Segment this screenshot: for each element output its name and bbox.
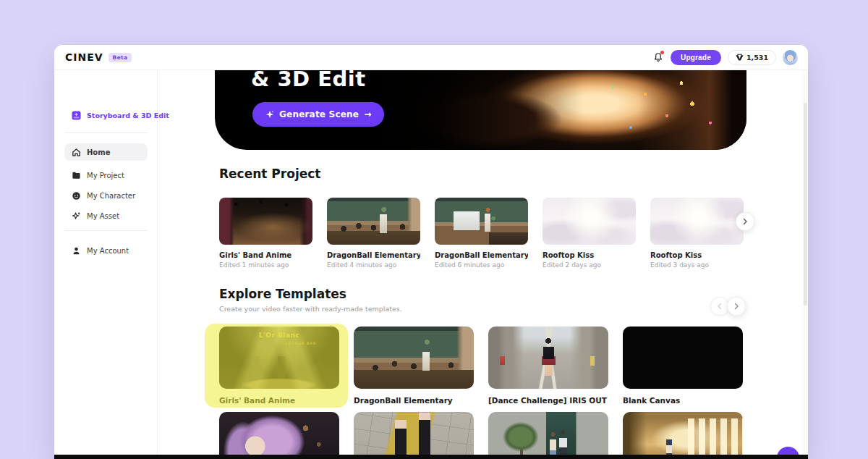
template-thumbnail <box>354 412 474 459</box>
template-card[interactable] <box>354 412 474 459</box>
sidebar: Storyboard & 3D Edit Home My Project My … <box>54 70 158 459</box>
avatar[interactable] <box>783 50 798 65</box>
project-edited: Edited 6 minutes ago <box>435 261 528 269</box>
project-thumbnail <box>435 198 528 245</box>
notification-dot <box>660 51 664 54</box>
sidebar-item-label: My Account <box>87 247 129 255</box>
stage-sign-text: L'Or Blanc <box>219 332 339 339</box>
explore-templates-subheading: Create your video faster with ready-made… <box>219 305 402 313</box>
sidebar-item-label: Home <box>87 148 110 156</box>
upgrade-button[interactable]: Upgrade <box>671 50 721 65</box>
hero-banner-art <box>385 70 746 150</box>
project-card[interactable]: Rooftop Kiss Edited 2 days ago <box>542 198 636 269</box>
generate-scene-label: Generate Scene <box>279 109 359 119</box>
app-window: CINEV Beta Upgrade 1,531 <box>54 45 808 459</box>
scrollbar-thumb[interactable] <box>804 103 807 306</box>
bottom-black-bar <box>54 455 808 459</box>
credits-badge[interactable]: 1,531 <box>728 50 776 65</box>
storyboard-plus-icon <box>72 111 81 120</box>
project-thumbnail <box>219 198 312 245</box>
project-edited: Edited 1 minutes ago <box>219 261 312 269</box>
chevron-left-icon <box>716 303 723 310</box>
template-thumbnail: L'Or Blanc LOUNGE BAR <box>219 327 339 389</box>
project-card[interactable]: DragonBall Elementary Edited 4 minutes a… <box>327 198 420 269</box>
person-icon <box>72 246 81 256</box>
chevron-right-icon <box>733 303 740 310</box>
sparkle-icon <box>265 110 274 119</box>
template-title: Girls' Band Anime <box>219 396 339 405</box>
recent-project-heading: Recent Project <box>219 167 320 181</box>
project-edited: Edited 2 days ago <box>542 261 636 269</box>
sidebar-item-home[interactable]: Home <box>64 143 148 161</box>
template-thumbnail <box>623 327 743 389</box>
scrollbar-track[interactable] <box>802 70 808 459</box>
project-edited: Edited 3 days ago <box>650 261 744 269</box>
project-title: DragonBall Elementary <box>435 251 528 259</box>
template-card[interactable]: DragonBall Elementary <box>354 327 474 405</box>
project-thumbnail <box>650 198 744 245</box>
template-card[interactable] <box>623 412 743 459</box>
top-bar: CINEV Beta Upgrade 1,531 <box>54 45 808 70</box>
recent-next-button[interactable] <box>736 212 754 231</box>
folder-icon <box>72 171 81 180</box>
template-thumbnail <box>488 412 608 459</box>
template-thumbnail <box>354 327 474 389</box>
template-thumbnail <box>623 412 743 459</box>
arrow-right-icon: → <box>364 109 371 119</box>
sidebar-item-my-project[interactable]: My Project <box>64 167 148 184</box>
sidebar-divider <box>64 132 148 133</box>
beta-badge: Beta <box>109 53 132 62</box>
project-thumbnail <box>327 198 420 245</box>
project-card[interactable]: Girls' Band Anime Edited 1 minutes ago <box>219 198 312 269</box>
sparkle-icon <box>72 211 81 221</box>
sidebar-item-my-character[interactable]: My Character <box>64 187 148 204</box>
sidebar-item-my-asset[interactable]: My Asset <box>64 207 148 224</box>
explore-templates-heading: Explore Templates <box>219 287 346 301</box>
stage-sign-subtext: LOUNGE BAR <box>219 341 339 345</box>
main-content: & 3D Edit Generate Scene → Recent Projec… <box>158 70 808 459</box>
template-title: [Dance Challenge] IRIS OUT <box>488 396 608 405</box>
project-card[interactable]: Rooftop Kiss Edited 3 days ago <box>650 198 744 269</box>
template-title: Blank Canvas <box>623 396 743 405</box>
sidebar-divider <box>64 230 148 231</box>
template-card[interactable]: [Dance Challenge] IRIS OUT <box>488 327 608 405</box>
app-logo: CINEV <box>65 51 103 63</box>
project-title: Girls' Band Anime <box>219 251 312 259</box>
sidebar-item-my-account[interactable]: My Account <box>64 242 148 259</box>
sidebar-item-label: Storyboard & 3D Edit <box>87 111 169 119</box>
credits-count: 1,531 <box>746 54 768 62</box>
sidebar-item-label: My Asset <box>87 212 119 220</box>
project-title: Rooftop Kiss <box>650 251 744 259</box>
template-thumbnail <box>488 327 608 389</box>
template-card[interactable] <box>219 412 339 459</box>
notification-bell-icon[interactable] <box>652 51 664 63</box>
templates-next-button[interactable] <box>727 297 746 316</box>
project-thumbnail <box>542 198 636 245</box>
header-actions: Upgrade 1,531 <box>652 50 798 65</box>
sidebar-item-label: My Project <box>87 172 124 180</box>
hero-banner: & 3D Edit Generate Scene → <box>215 70 746 150</box>
hero-title: & 3D Edit <box>251 70 366 91</box>
template-card[interactable]: L'Or Blanc LOUNGE BAR Girls' Band Anime <box>219 327 339 405</box>
gem-icon <box>736 54 744 62</box>
project-title: Rooftop Kiss <box>542 251 636 259</box>
project-edited: Edited 4 minutes ago <box>327 261 420 269</box>
template-thumbnail <box>219 412 339 459</box>
generate-scene-button[interactable]: Generate Scene → <box>252 102 384 127</box>
character-face-icon <box>72 191 81 201</box>
project-title: DragonBall Elementary <box>327 251 420 259</box>
chevron-right-icon <box>741 218 749 225</box>
template-title: DragonBall Elementary <box>354 396 474 405</box>
template-card[interactable] <box>488 412 608 459</box>
sidebar-item-label: My Character <box>87 192 135 200</box>
template-card[interactable]: Blank Canvas <box>623 327 743 405</box>
project-card[interactable]: DragonBall Elementary Edited 6 minutes a… <box>435 198 528 269</box>
home-icon <box>72 148 81 157</box>
sidebar-item-storyboard[interactable]: Storyboard & 3D Edit <box>64 106 148 124</box>
